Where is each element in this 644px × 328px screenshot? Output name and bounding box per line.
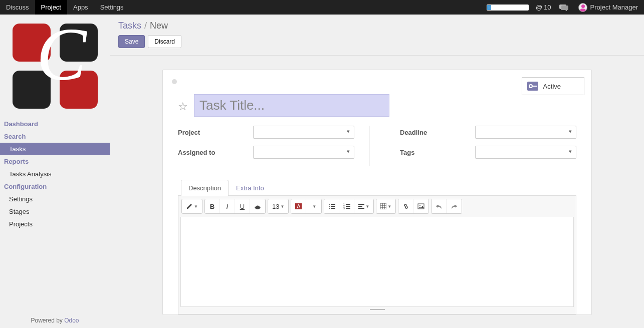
bold-button[interactable]: B: [205, 199, 220, 213]
project-select[interactable]: [253, 126, 354, 139]
priority-star-icon[interactable]: ☆: [178, 100, 189, 111]
status-label: Active: [543, 83, 561, 90]
tab-extra-info[interactable]: Extra Info: [229, 180, 272, 196]
logo: C: [0, 15, 110, 118]
mention-count: 10: [544, 4, 551, 11]
user-menu[interactable]: Project Manager: [572, 0, 644, 15]
editor-resize-handle[interactable]: [180, 307, 574, 312]
svg-point-2: [329, 206, 330, 207]
label-assigned: Assigned to: [178, 149, 253, 156]
save-button[interactable]: Save: [118, 35, 145, 48]
form-sheet: Active ☆ Project Assigned to: [162, 70, 592, 315]
svg-rect-11: [346, 208, 350, 209]
font-size-dropdown[interactable]: 13▼: [268, 199, 288, 213]
redo-button[interactable]: [447, 199, 462, 213]
tab-description[interactable]: Description: [181, 180, 229, 196]
svg-rect-15: [380, 203, 386, 209]
ordered-list-button[interactable]: 123: [339, 199, 354, 213]
font-color-button[interactable]: A: [291, 199, 306, 213]
tabs: Description Extra Info: [178, 180, 576, 196]
breadcrumb: Tasks / New: [110, 15, 644, 33]
user-name: Project Manager: [590, 4, 638, 11]
sidebar-item-tasks[interactable]: Tasks: [0, 143, 110, 155]
svg-text:3: 3: [343, 207, 345, 209]
sidebar-item-stages[interactable]: Stages: [0, 205, 110, 218]
progress-indicator: [487, 5, 529, 11]
at-icon: @: [536, 4, 542, 11]
status-active-button[interactable]: Active: [522, 77, 584, 95]
odoo-link[interactable]: Odoo: [64, 317, 79, 324]
svg-rect-9: [346, 206, 350, 207]
sidebar: C Dashboard Search Tasks Reports Tasks A…: [0, 15, 110, 328]
clear-format-button[interactable]: [250, 199, 265, 213]
svg-point-4: [329, 208, 330, 209]
svg-rect-3: [331, 206, 335, 207]
deadline-select[interactable]: [475, 126, 576, 139]
sidebar-dashboard[interactable]: Dashboard: [0, 118, 110, 130]
breadcrumb-sep: /: [144, 21, 147, 31]
task-title-input[interactable]: [194, 94, 389, 117]
discard-button[interactable]: Discard: [148, 35, 181, 48]
breadcrumb-parent[interactable]: Tasks: [118, 21, 141, 31]
svg-rect-14: [358, 208, 364, 209]
sidebar-menu: Dashboard Search Tasks Reports Tasks Ana…: [0, 118, 110, 230]
editor-content-area[interactable]: [180, 217, 574, 307]
breadcrumb-current: New: [150, 21, 168, 31]
style-dropdown[interactable]: ▼: [182, 199, 202, 213]
sidebar-item-settings[interactable]: Settings: [0, 193, 110, 205]
table-dropdown[interactable]: ▼: [376, 199, 395, 213]
link-button[interactable]: [398, 199, 413, 213]
action-buttons: Save Discard: [110, 33, 644, 56]
nav-settings[interactable]: Settings: [94, 0, 130, 15]
label-project: Project: [178, 129, 253, 136]
font-color-dropdown[interactable]: ▼: [306, 199, 321, 213]
mention-counter[interactable]: @ 10: [532, 0, 555, 15]
label-deadline: Deadline: [400, 129, 475, 136]
sidebar-configuration[interactable]: Configuration: [0, 180, 110, 193]
sidebar-item-projects[interactable]: Projects: [0, 218, 110, 230]
nav-discuss[interactable]: Discuss: [0, 0, 35, 15]
assigned-to-select[interactable]: [253, 146, 354, 159]
editor-toolbar: ▼ B I U 13▼ A ▼: [180, 198, 574, 215]
kanban-color-dot[interactable]: [172, 79, 177, 84]
svg-rect-13: [358, 206, 362, 207]
main-area: Tasks / New Save Discard Active ☆: [110, 15, 644, 328]
paragraph-dropdown[interactable]: ▼: [354, 199, 373, 213]
archive-icon: [527, 82, 538, 91]
sidebar-search[interactable]: Search: [0, 130, 110, 143]
unordered-list-button[interactable]: [324, 199, 339, 213]
svg-rect-7: [346, 204, 350, 205]
sidebar-item-tasks-analysis[interactable]: Tasks Analysis: [0, 168, 110, 180]
top-navbar: Discuss Project Apps Settings @ 10 Proje…: [0, 0, 644, 15]
svg-rect-1: [331, 204, 335, 205]
sidebar-reports[interactable]: Reports: [0, 155, 110, 168]
sidebar-footer: Powered by Odoo: [0, 313, 110, 328]
underline-button[interactable]: U: [235, 199, 250, 213]
rich-text-editor: ▼ B I U 13▼ A ▼: [178, 195, 576, 314]
svg-point-21: [419, 205, 420, 206]
chat-icon[interactable]: [555, 0, 572, 15]
svg-rect-12: [358, 204, 364, 205]
svg-point-0: [329, 204, 330, 205]
italic-button[interactable]: I: [220, 199, 235, 213]
image-button[interactable]: [413, 199, 428, 213]
label-tags: Tags: [400, 149, 475, 156]
undo-button[interactable]: [432, 199, 447, 213]
svg-rect-5: [331, 208, 335, 209]
tags-select[interactable]: [475, 146, 576, 159]
avatar: [578, 3, 587, 12]
